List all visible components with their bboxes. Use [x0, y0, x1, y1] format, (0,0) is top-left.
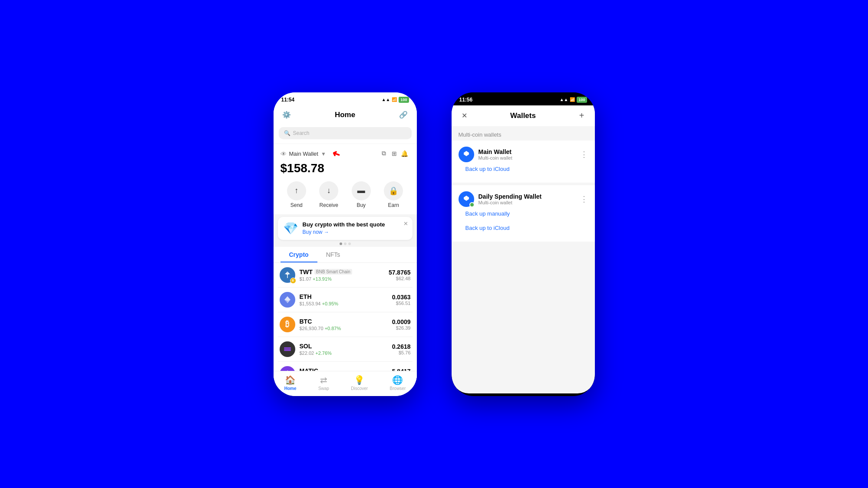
nav-discover-label: Discover	[351, 386, 368, 391]
close-icon[interactable]: ✕	[403, 220, 408, 227]
time-left: 11:54	[281, 97, 295, 103]
discover-icon: 💡	[354, 375, 365, 385]
btc-balance: 0.0009 $26.39	[392, 318, 411, 331]
browser-icon: 🌐	[392, 375, 403, 385]
banner-title: Buy crypto with the best quote	[303, 221, 407, 228]
search-icon: 🔍	[284, 130, 290, 136]
wifi-icon: 📶	[392, 97, 397, 102]
banner-text: Buy crypto with the best quote Buy now →	[303, 221, 407, 235]
status-bar-right: 11:56 ▲▲ 📶 100	[452, 92, 595, 105]
backup-icloud-main[interactable]: Back up to iCloud	[459, 162, 588, 177]
twt-symbol: TWT	[300, 269, 313, 275]
battery-left: 100	[399, 97, 409, 103]
buy-icon: ▬	[352, 181, 371, 200]
bell-icon[interactable]: 🔔	[399, 148, 410, 159]
list-item[interactable]: SOL $22.02 +2.76% 0.2618 $5.76	[278, 337, 413, 362]
search-input[interactable]: 🔍 Search	[279, 127, 412, 139]
list-item[interactable]: ETH $1,553.94 +0.95% 0.0363 $56.51	[278, 288, 413, 312]
main-wallet-card: Main Wallet Multi-coin wallet ⋮ Back up …	[452, 141, 595, 183]
wallets-header: ✕ Wallets +	[452, 105, 595, 126]
crypto-list: B TWT BNB Smart Chain $1.07 +13.91% 57.8…	[274, 263, 417, 386]
nav-swap[interactable]: ⇄ Swap	[318, 375, 329, 391]
daily-wallet-menu-icon[interactable]: ⋮	[580, 194, 588, 204]
signal-icon-right: ▲▲	[560, 97, 568, 102]
dot-3	[348, 242, 351, 245]
signal-icon: ▲▲	[382, 97, 390, 102]
add-wallet-icon[interactable]: +	[575, 110, 587, 122]
main-wallet-info: Main Wallet Multi-coin wallet	[479, 148, 576, 160]
eye-icon: 👁	[281, 151, 287, 157]
btc-symbol: BTC	[300, 318, 312, 325]
status-icons-left: ▲▲ 📶 100	[382, 97, 409, 103]
main-wallet-icon	[459, 147, 474, 162]
svg-rect-6	[284, 350, 291, 351]
home-icon: 🏠	[285, 375, 296, 385]
time-right: 11:56	[459, 97, 473, 103]
wallet-label-row: 👁 Main Wallet ▼ ➜ ⧉ ⊞ 🔔	[281, 148, 410, 160]
send-button[interactable]: ↑ Send	[287, 181, 306, 208]
twt-price: $1.07 +13.91%	[300, 276, 384, 282]
promo-banner: 💎 Buy crypto with the best quote Buy now…	[278, 217, 413, 240]
wallets-screen: ✕ Wallets + Multi-coin wallets Main Wall…	[452, 105, 595, 393]
app-header: ⚙️ Home 🔗	[274, 105, 417, 124]
banner-link[interactable]: Buy now →	[303, 229, 407, 235]
btc-price: $26,930.70 +0.87%	[300, 326, 388, 331]
svg-rect-5	[284, 349, 291, 350]
eth-price: $1,553.94 +0.95%	[300, 301, 388, 306]
receive-button[interactable]: ↓ Receive	[319, 181, 338, 208]
buy-button[interactable]: ▬ Buy	[352, 181, 371, 208]
backup-manually[interactable]: Back up manually	[459, 207, 588, 221]
daily-wallet-name: Daily Spending Wallet	[479, 193, 576, 200]
home-screen: ⚙️ Home 🔗 🔍 Search 👁 Main Wallet ▼ ➜	[274, 105, 417, 393]
eth-logo	[280, 292, 295, 308]
sol-info: SOL $22.02 +2.76%	[300, 343, 388, 356]
daily-active-dot	[469, 202, 475, 207]
sol-balance: 0.2618 $5.76	[392, 343, 411, 355]
chevron-down-icon[interactable]: ▼	[321, 151, 326, 157]
nav-discover[interactable]: 💡 Discover	[351, 375, 368, 391]
main-wallet-item[interactable]: Main Wallet Multi-coin wallet ⋮	[459, 147, 588, 162]
search-placeholder: Search	[293, 130, 310, 136]
daily-wallet-info: Daily Spending Wallet Multi-coin wallet	[479, 193, 576, 205]
main-wallet-type: Multi-coin wallet	[479, 155, 576, 160]
arrow-annotation: ➜	[332, 148, 340, 160]
settings-icon[interactable]: ⚙️	[281, 109, 293, 121]
left-phone: 11:54 ▲▲ 📶 100 ⚙️ Home 🔗 🔍 Search 👁 Main…	[274, 92, 417, 396]
earn-button[interactable]: 🔒 Earn	[384, 181, 403, 208]
twt-balance: 57.8765 $62.48	[389, 269, 411, 281]
page-title: Home	[335, 111, 355, 119]
wallet-connect-icon[interactable]: 🔗	[397, 109, 409, 121]
wifi-icon-right: 📶	[570, 97, 575, 102]
list-item[interactable]: B TWT BNB Smart Chain $1.07 +13.91% 57.8…	[278, 263, 413, 288]
swap-icon: ⇄	[320, 375, 327, 385]
earn-label: Earn	[388, 202, 399, 208]
receive-icon: ↓	[319, 181, 338, 200]
daily-wallet-item[interactable]: Daily Spending Wallet Multi-coin wallet …	[459, 191, 588, 207]
sol-price: $22.02 +2.76%	[300, 350, 388, 356]
wallet-top-actions: ⧉ ⊞ 🔔	[379, 148, 410, 159]
main-wallet-menu-icon[interactable]: ⋮	[580, 150, 588, 159]
nav-home-label: Home	[284, 386, 297, 391]
send-label: Send	[290, 202, 303, 208]
btc-logo: ₿	[280, 317, 295, 332]
backup-icloud-daily[interactable]: Back up to iCloud	[459, 221, 588, 236]
close-wallets-icon[interactable]: ✕	[459, 110, 471, 122]
tab-nfts[interactable]: NFTs	[317, 247, 349, 262]
qr-icon[interactable]: ⊞	[389, 148, 399, 159]
list-item[interactable]: ₿ BTC $26,930.70 +0.87% 0.0009 $26.39	[278, 312, 413, 337]
wallet-balance: $158.78	[281, 161, 410, 175]
daily-wallet-icon	[459, 191, 474, 207]
actions-row: ↑ Send ↓ Receive ▬ Buy 🔒 Earn	[281, 180, 410, 208]
nav-home[interactable]: 🏠 Home	[284, 375, 297, 391]
copy-icon[interactable]: ⧉	[379, 148, 389, 159]
send-icon: ↑	[287, 181, 306, 200]
tab-crypto[interactable]: Crypto	[281, 247, 317, 262]
nav-browser[interactable]: 🌐 Browser	[390, 375, 406, 391]
btc-info: BTC $26,930.70 +0.87%	[300, 318, 388, 331]
nav-browser-label: Browser	[390, 386, 406, 391]
twt-logo: B	[280, 267, 295, 283]
status-icons-right: ▲▲ 📶 100	[560, 97, 587, 103]
buy-label: Buy	[356, 202, 366, 208]
twt-chain: BNB Smart Chain	[314, 269, 352, 275]
wallets-title: Wallets	[510, 111, 536, 120]
